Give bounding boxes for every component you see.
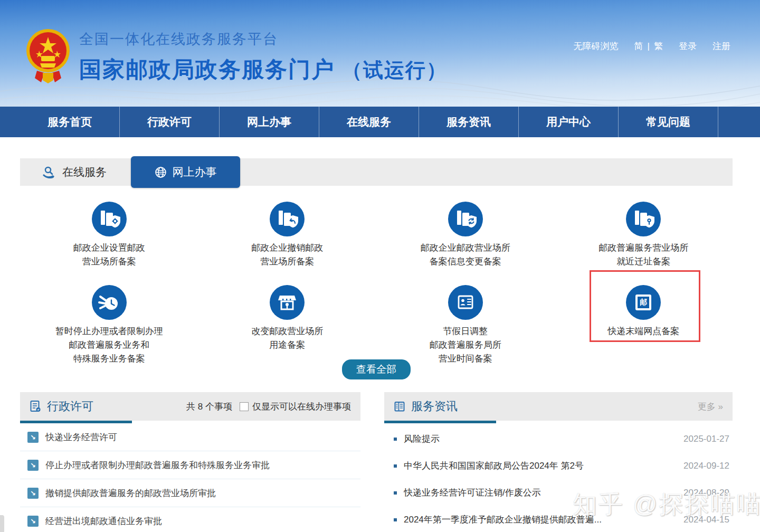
services-grid: 邮政企业设置邮政 营业场所备案 邮政企业撤销邮政 营业场所备案 bbox=[20, 186, 733, 366]
service-news-panel: 服务资讯 更多 » 风险提示 2025-01-27 中华人民共和国国家邮政局公告… bbox=[384, 392, 733, 532]
site-title-main: 国家邮政局政务服务门户 bbox=[79, 57, 335, 82]
news-item-title: 风险提示 bbox=[404, 433, 676, 445]
tab-online-handling-label: 网上办事 bbox=[173, 165, 217, 179]
news-item-date: 2024-08-29 bbox=[683, 488, 729, 498]
page: 全国一体化在线政务服务平台 国家邮政局政务服务门户 （试运行） 无障碍浏览 简 … bbox=[0, 0, 760, 532]
header-titles: 全国一体化在线政务服务平台 国家邮政局政务服务门户 （试运行） bbox=[79, 30, 448, 84]
news-item[interactable]: 中华人民共和国国家邮政局公告2024年 第2号 2024-09-12 bbox=[384, 452, 733, 479]
site-title-trial: （试运行） bbox=[342, 59, 448, 81]
admin-panel-controls: 共 8 个事项 仅显示可以在线办理事项 bbox=[186, 401, 351, 413]
register-link[interactable]: 注册 bbox=[712, 40, 730, 52]
online-only-label: 仅显示可以在线办理事项 bbox=[252, 401, 351, 413]
edge-scroll-handle[interactable] bbox=[0, 515, 4, 532]
national-emblem bbox=[25, 26, 71, 84]
news-item[interactable]: 快递业务经营许可证注销/作废公示 2024-08-29 bbox=[384, 479, 733, 506]
lang-traditional-link[interactable]: 繁 bbox=[654, 40, 663, 52]
news-item-date: 2024-04-15 bbox=[683, 515, 729, 525]
service-label: 暂时停止办理或者限制办理 邮政普遍服务业务和 特殊服务业务备案 bbox=[55, 325, 163, 366]
license-document-icon bbox=[30, 400, 42, 413]
tab-online-service-label: 在线服务 bbox=[62, 165, 107, 179]
buildings-shield-pin-icon bbox=[626, 202, 661, 236]
admin-panel-title: 行政许可 bbox=[30, 398, 93, 414]
arrow-link-icon: ↘ bbox=[27, 460, 39, 471]
news-item[interactable]: 2024年第一季度准予邮政企业撤销提供邮政普遍... 2024-04-15 bbox=[384, 506, 733, 532]
id-card-icon bbox=[448, 285, 483, 320]
service-tab-bar: 在线服务 网上办事 bbox=[20, 158, 733, 186]
admin-list-item[interactable]: ↘ 撤销提供邮政普遍服务的邮政营业场所审批 bbox=[20, 479, 360, 507]
page-header: 全国一体化在线政务服务平台 国家邮政局政务服务门户 （试运行） 无障碍浏览 简 … bbox=[0, 0, 760, 107]
service-label: 邮政企业邮政营业场所 备案信息变更备案 bbox=[421, 241, 510, 269]
online-only-checkbox[interactable] bbox=[240, 402, 249, 411]
news-list: 风险提示 2025-01-27 中华人民共和国国家邮政局公告2024年 第2号 … bbox=[384, 423, 733, 532]
arrow-link-icon: ↘ bbox=[27, 432, 39, 443]
tab-online-handling[interactable]: 网上办事 bbox=[131, 156, 240, 188]
content-container: 在线服务 网上办事 bbox=[20, 158, 733, 532]
nav-item-home[interactable]: 服务首页 bbox=[20, 107, 120, 137]
more-link[interactable]: 更多 » bbox=[698, 401, 723, 413]
arrow-link-icon: ↘ bbox=[27, 516, 39, 527]
buildings-shield-arrow-icon bbox=[270, 202, 305, 236]
arrow-link-icon: ↘ bbox=[27, 488, 39, 499]
platform-title: 全国一体化在线政务服务平台 bbox=[79, 30, 448, 49]
admin-list-item[interactable]: ↘ 经营进出境邮政通信业务审批 bbox=[20, 507, 360, 532]
bottom-panels: 行政许可 共 8 个事项 仅显示可以在线办理事项 ↘ 快递业务经营许可 bbox=[20, 392, 733, 532]
news-item-title: 中华人民共和国国家邮政局公告2024年 第2号 bbox=[404, 460, 676, 472]
service-item-relocation[interactable]: 邮政普遍服务营业场所 就近迁址备案 bbox=[555, 202, 733, 285]
admin-license-panel: 行政许可 共 8 个事项 仅显示可以在线办理事项 ↘ 快递业务经营许可 bbox=[20, 392, 360, 532]
service-label: 邮政普遍服务营业场所 就近迁址备案 bbox=[598, 241, 688, 269]
news-panel-header: 服务资讯 更多 » bbox=[384, 392, 733, 421]
admin-count-text: 共 8 个事项 bbox=[186, 401, 232, 413]
service-item-suspend-limit[interactable]: 暂时停止办理或者限制办理 邮政普遍服务业务和 特殊服务业务备案 bbox=[20, 285, 198, 366]
bullet-icon bbox=[394, 518, 397, 521]
nav-item-service-news[interactable]: 服务资讯 bbox=[419, 107, 519, 137]
admin-item-label: 撤销提供邮政普遍服务的邮政营业场所审批 bbox=[45, 487, 216, 499]
admin-item-label: 经营进出境邮政通信业务审批 bbox=[45, 515, 162, 527]
globe-icon bbox=[155, 166, 167, 178]
news-item-date: 2025-01-27 bbox=[683, 434, 729, 444]
hand-clock-icon bbox=[92, 285, 127, 320]
admin-list-item[interactable]: ↘ 快递业务经营许可 bbox=[20, 423, 360, 451]
stamp-char: 邮 bbox=[640, 298, 647, 307]
bullet-icon bbox=[394, 491, 397, 495]
news-item-title: 2024年第一季度准予邮政企业撤销提供邮政普遍... bbox=[404, 514, 676, 526]
news-item-title: 快递业务经营许可证注销/作废公示 bbox=[404, 487, 676, 499]
nav-item-admin-license[interactable]: 行政许可 bbox=[120, 107, 220, 137]
admin-item-label: 停止办理或者限制办理邮政普遍服务和特殊服务业务审批 bbox=[45, 459, 270, 471]
news-panel-title-text: 服务资讯 bbox=[411, 398, 458, 414]
news-panel-title: 服务资讯 bbox=[394, 398, 458, 414]
tab-online-service[interactable]: 在线服务 bbox=[42, 158, 107, 186]
service-label: 邮政企业撤销邮政 营业场所备案 bbox=[251, 241, 323, 269]
login-link[interactable]: 登录 bbox=[679, 40, 697, 52]
lang-divider: | bbox=[648, 41, 650, 52]
nav-item-online-service[interactable]: 在线服务 bbox=[319, 107, 419, 137]
admin-panel-title-text: 行政许可 bbox=[47, 398, 93, 414]
view-all-button[interactable]: 查看全部 bbox=[342, 359, 411, 379]
storefront-pin-icon bbox=[270, 285, 305, 320]
accessibility-link[interactable]: 无障碍浏览 bbox=[574, 40, 619, 52]
service-item-change-record-info[interactable]: 邮政企业邮政营业场所 备案信息变更备案 bbox=[376, 202, 555, 285]
hand-magnifier-icon bbox=[42, 166, 56, 178]
newspaper-icon bbox=[394, 401, 406, 413]
service-label: 邮政企业设置邮政 营业场所备案 bbox=[73, 241, 145, 269]
lang-simplified-link[interactable]: 简 bbox=[634, 40, 643, 52]
language-switch: 简 | 繁 bbox=[634, 40, 663, 52]
bullet-icon bbox=[394, 464, 397, 468]
admin-list: ↘ 快递业务经营许可 ↘ 停止办理或者限制办理邮政普遍服务和特殊服务业务审批 ↘… bbox=[20, 423, 360, 532]
news-item[interactable]: 风险提示 2025-01-27 bbox=[384, 425, 733, 452]
service-label: 改变邮政营业场所 用途备案 bbox=[251, 325, 323, 352]
bullet-icon bbox=[394, 438, 397, 441]
service-item-express-terminal[interactable]: 邮 快递末端网点备案 bbox=[555, 285, 733, 366]
utility-links: 无障碍浏览 简 | 繁 登录 注册 bbox=[574, 40, 730, 52]
buildings-shield-gear-icon bbox=[92, 202, 127, 236]
service-item-revoke-premises[interactable]: 邮政企业撤销邮政 营业场所备案 bbox=[198, 202, 377, 285]
main-nav: 服务首页 行政许可 网上办事 在线服务 服务资讯 用户中心 常见问题 bbox=[0, 107, 760, 137]
buildings-shield-sync-icon bbox=[448, 202, 483, 236]
nav-item-faq[interactable]: 常见问题 bbox=[619, 107, 718, 137]
service-item-change-usage[interactable]: 改变邮政营业场所 用途备案 bbox=[198, 285, 377, 366]
admin-list-item[interactable]: ↘ 停止办理或者限制办理邮政普遍服务和特殊服务业务审批 bbox=[20, 451, 360, 479]
nav-item-online-handling[interactable]: 网上办事 bbox=[220, 107, 319, 137]
stamp-icon: 邮 bbox=[626, 285, 661, 320]
service-item-setup-premises[interactable]: 邮政企业设置邮政 营业场所备案 bbox=[20, 202, 198, 285]
service-item-holiday-hours[interactable]: 节假日调整 邮政普遍服务局所 营业时间备案 bbox=[376, 285, 555, 366]
nav-item-user-center[interactable]: 用户中心 bbox=[519, 107, 619, 137]
